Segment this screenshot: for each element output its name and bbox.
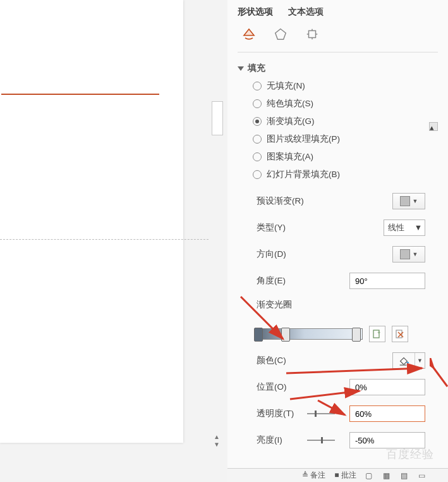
gradient-direction-label: 方向(D) — [257, 249, 286, 260]
preset-gradient-dropdown[interactable]: ▼ — [392, 193, 425, 209]
slide-boundary-guide — [0, 239, 209, 240]
format-shape-panel: 形状选项 文本选项 ▴ 填充 无填充(N) 纯色填充(S) — [227, 0, 448, 482]
view-reading-icon[interactable]: ▤ — [401, 471, 409, 480]
tab-shape-options[interactable]: 形状选项 — [238, 6, 273, 18]
radio-solid-fill[interactable]: 纯色填充(S) — [253, 98, 429, 109]
angle-spinner[interactable]: ▲▼ — [349, 273, 425, 289]
color-label: 颜色(C) — [257, 355, 286, 366]
svg-rect-12 — [400, 364, 407, 366]
gradient-stop-slider[interactable] — [257, 328, 363, 340]
brightness-label: 亮度(I) — [257, 435, 297, 446]
radio-gradient-fill[interactable]: 渐变填充(G) — [253, 116, 429, 127]
paint-bucket-icon — [393, 353, 415, 368]
gradient-stops-label: 渐变光圈 — [257, 300, 292, 309]
view-slideshow-icon[interactable]: ▭ — [418, 471, 427, 480]
chevron-down-icon — [238, 66, 244, 71]
vertical-scroll-thumb[interactable] — [212, 101, 223, 135]
fill-line-icon[interactable] — [240, 25, 258, 43]
size-properties-icon[interactable] — [303, 25, 321, 43]
radio-picture-fill[interactable]: 图片或纹理填充(P) — [253, 133, 429, 145]
comments-button[interactable]: ■ 批注 — [334, 470, 356, 481]
brightness-slider[interactable] — [307, 440, 335, 441]
position-row: 位置(O) ▲▼ — [257, 379, 429, 395]
position-label: 位置(O) — [257, 381, 287, 393]
gradient-stop-1[interactable] — [254, 328, 263, 342]
gradient-type-label: 类型(Y) — [257, 222, 286, 233]
svg-rect-1 — [309, 31, 316, 38]
scroll-up-button[interactable]: ▴ — [429, 122, 438, 131]
angle-label: 角度(E) — [257, 275, 286, 287]
position-input[interactable] — [350, 380, 448, 395]
fill-type-radio-group: 无填充(N) 纯色填充(S) 渐变填充(G) 图片或纹理填充(P) 图案填充(A… — [238, 79, 429, 184]
transparency-input[interactable] — [350, 406, 448, 421]
transparency-spinner[interactable]: ▲▼ — [349, 405, 425, 422]
transparency-label: 透明度(T) — [257, 408, 297, 419]
radio-slide-bg-fill[interactable]: 幻灯片背景填充(B) — [253, 169, 429, 180]
brightness-input[interactable] — [350, 433, 448, 448]
view-normal-icon[interactable]: ▢ — [365, 471, 374, 480]
angle-row: 角度(E) ▲▼ — [257, 273, 429, 289]
color-row: 颜色(C) ▼ — [257, 352, 429, 369]
gradient-stop-3[interactable] — [352, 328, 361, 342]
angle-input[interactable] — [350, 273, 448, 288]
gradient-type-dropdown[interactable]: 线性▼ — [384, 219, 425, 236]
svg-point-11 — [407, 362, 409, 364]
watermark: 百度经验 — [386, 447, 434, 462]
transparency-row: 透明度(T) ▲▼ — [257, 405, 429, 422]
fill-section-title: 填充 — [248, 63, 265, 74]
radio-no-fill[interactable]: 无填充(N) — [253, 80, 429, 92]
gradient-direction-dropdown[interactable]: ▼ — [392, 246, 425, 263]
preset-gradient-label: 预设渐变(R) — [257, 195, 304, 207]
gradient-stop-2[interactable] — [281, 328, 290, 342]
remove-gradient-stop-button[interactable] — [392, 326, 408, 342]
placeholder-line — [1, 94, 159, 95]
slide-editing-area: ▲▼ — [0, 0, 227, 482]
transparency-slider[interactable] — [307, 413, 335, 414]
slide-canvas[interactable] — [0, 0, 183, 443]
add-gradient-stop-button[interactable]: + — [369, 326, 385, 342]
fill-section-header[interactable]: 填充 — [238, 58, 429, 79]
effects-icon[interactable] — [272, 25, 289, 43]
slide-nav-arrows[interactable]: ▲▼ — [214, 434, 220, 448]
svg-text:+: + — [377, 330, 380, 336]
tab-text-options[interactable]: 文本选项 — [288, 6, 324, 18]
position-spinner[interactable]: ▲▼ — [349, 379, 425, 395]
radio-pattern-fill[interactable]: 图案填充(A) — [253, 151, 429, 163]
notes-button[interactable]: ≜ 备注 — [302, 470, 325, 481]
view-sorter-icon[interactable]: ▦ — [383, 471, 392, 480]
color-picker-dropdown[interactable]: ▼ — [392, 352, 425, 369]
gradient-type-row: 类型(Y) 线性▼ — [257, 219, 429, 236]
preset-gradient-row: 预设渐变(R) ▼ — [257, 193, 429, 209]
gradient-direction-row: 方向(D) ▼ — [257, 246, 429, 263]
status-bar: ≜ 备注 ■ 批注 ▢ ▦ ▤ ▭ — [227, 468, 448, 482]
svg-marker-0 — [275, 29, 286, 40]
